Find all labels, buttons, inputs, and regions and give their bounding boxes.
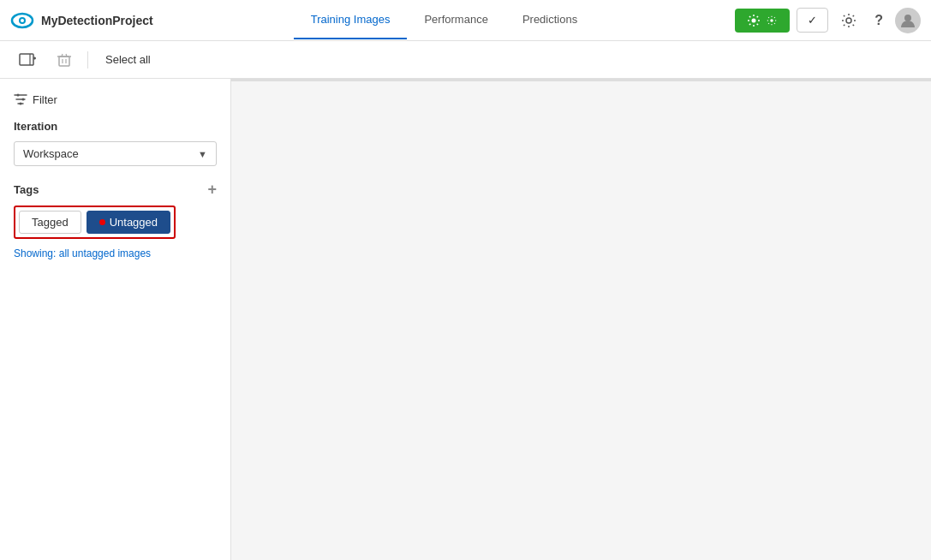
sidebar: Filter Iteration Workspace ▼ Tags + Tagg…	[0, 79, 231, 560]
delete-button[interactable]	[51, 49, 77, 71]
logo-area: MyDetectionProject	[10, 9, 153, 33]
delete-icon	[57, 52, 72, 68]
svg-point-2	[21, 19, 24, 22]
tab-performance[interactable]: Performance	[407, 1, 504, 39]
settings-icon	[840, 12, 857, 29]
header: MyDetectionProject Training Images Perfo…	[0, 0, 931, 41]
user-icon	[899, 12, 916, 29]
help-button[interactable]: ?	[869, 8, 888, 33]
tags-label: Tags	[14, 183, 39, 196]
svg-point-17	[17, 94, 20, 97]
untagged-label: Untagged	[110, 216, 158, 229]
gear-gear-icon	[747, 14, 761, 27]
content-area: open image detail ✓	[231, 79, 931, 560]
add-images-button[interactable]	[14, 48, 41, 72]
eye-icon	[10, 9, 34, 33]
select-all-button[interactable]: Select all	[98, 50, 158, 69]
svg-point-3	[752, 18, 756, 22]
help-icon: ?	[874, 13, 883, 28]
gear2-icon	[766, 15, 778, 27]
svg-point-18	[22, 98, 25, 101]
tags-add-icon[interactable]: +	[207, 182, 217, 197]
untagged-dot	[99, 219, 105, 225]
check-icon: ✓	[808, 14, 817, 27]
train-button[interactable]	[735, 9, 790, 33]
add-images-icon	[19, 51, 36, 69]
iteration-value: Workspace	[23, 147, 79, 160]
nav-tabs: Training Images Performance Predictions	[167, 1, 722, 39]
tab-predictions[interactable]: Predictions	[505, 1, 594, 39]
tag-buttons-container: Tagged Untagged	[14, 206, 176, 239]
main-layout: Filter Iteration Workspace ▼ Tags + Tagg…	[0, 79, 931, 560]
showing-prefix: Showing:	[14, 247, 59, 259]
showing-link[interactable]: all untagged images	[59, 247, 151, 259]
divider	[87, 51, 88, 69]
svg-rect-7	[20, 54, 33, 65]
settings-button[interactable]	[835, 7, 862, 34]
check-button[interactable]: ✓	[797, 8, 828, 33]
tagged-button[interactable]: Tagged	[19, 211, 81, 234]
svg-point-19	[20, 103, 22, 105]
iteration-dropdown[interactable]: Workspace ▼	[14, 141, 217, 166]
iteration-section-title: Iteration	[14, 120, 217, 133]
filter-section: Filter	[14, 92, 217, 106]
filter-icon	[14, 92, 27, 106]
svg-point-5	[846, 18, 851, 23]
toolbar: Select all	[0, 41, 931, 79]
tags-section: Tags + Tagged Untagged Showing: all unta…	[14, 182, 217, 259]
tab-training-images[interactable]: Training Images	[294, 1, 408, 39]
filter-label: Filter	[33, 93, 57, 106]
header-actions: ✓ ?	[735, 7, 921, 34]
project-name: MyDetectionProject	[41, 14, 153, 27]
untagged-button[interactable]: Untagged	[87, 211, 170, 234]
image-grid: open image detail ✓	[231, 79, 931, 81]
tags-title: Tags +	[14, 182, 217, 197]
svg-point-4	[770, 19, 773, 22]
avatar[interactable]	[895, 8, 921, 33]
showing-text: Showing: all untagged images	[14, 247, 217, 259]
chevron-down-icon: ▼	[198, 149, 207, 159]
svg-point-6	[904, 15, 911, 21]
svg-rect-11	[59, 57, 69, 66]
